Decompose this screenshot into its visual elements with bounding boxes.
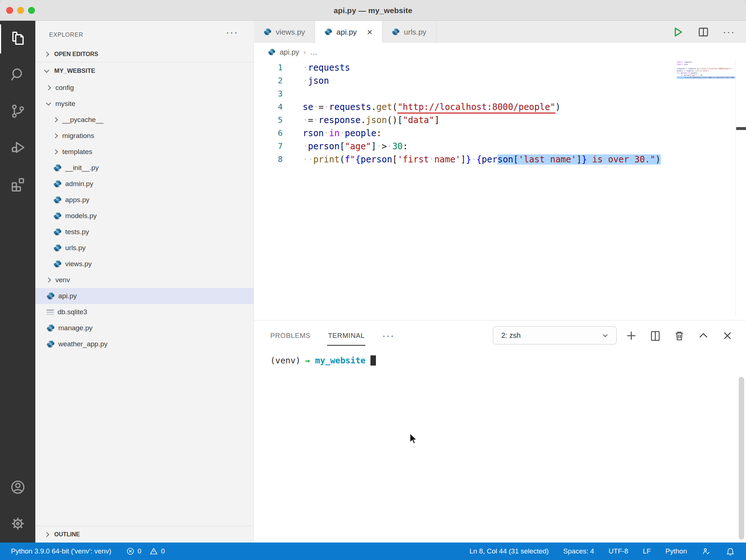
sidebar-item-search[interactable] <box>0 57 35 94</box>
panel-header: PROBLEMS TERMINAL ··· 2: zsh <box>254 320 746 351</box>
tab-label: views.py <box>276 28 305 36</box>
feedback-icon[interactable] <box>702 547 711 556</box>
breadcrumb-symbol-more[interactable]: … <box>310 48 317 56</box>
python-file-icon <box>54 244 62 252</box>
sidebar-item-source-control[interactable] <box>0 94 35 130</box>
close-panel-icon[interactable] <box>721 330 734 342</box>
breadcrumb[interactable]: api.py › … <box>254 43 746 61</box>
terminal-prompt[interactable]: (venv) → my_website <box>270 355 376 366</box>
explorer-header: EXPLORER ··· <box>35 21 254 46</box>
tree-item--pycache-[interactable]: __pycache__ <box>35 112 254 128</box>
tree-item-label: views.py <box>65 260 92 268</box>
tree-item-api-py[interactable]: api.py <box>35 288 254 304</box>
tree-item-views-py[interactable]: views.py <box>35 256 254 272</box>
tree-item-label: __init__.py <box>65 164 99 172</box>
split-editor-button[interactable] <box>697 26 710 38</box>
tree-item-weather-app-py[interactable]: weather_app.py <box>35 336 254 352</box>
tree-item-templates[interactable]: templates <box>35 144 254 160</box>
activity-bar <box>0 21 35 543</box>
editor-tab-views-py[interactable]: views.py <box>254 21 315 43</box>
tree-item-urls-py[interactable]: urls.py <box>35 240 254 256</box>
tab-terminal[interactable]: TERMINAL <box>328 332 365 340</box>
tree-item--init-py[interactable]: __init__.py <box>35 160 254 176</box>
breadcrumb-file[interactable]: api.py <box>280 48 299 56</box>
tree-item-apps-py[interactable]: apps.py <box>35 192 254 208</box>
python-file-icon <box>54 228 62 236</box>
line-number: 7 <box>254 140 283 153</box>
python-interpreter-status[interactable]: Python 3.9.0 64-bit ('venv': venv) <box>11 547 111 555</box>
workspace-root-row[interactable]: MY_WEBSITE <box>35 62 254 80</box>
editor-more-actions-icon[interactable]: ··· <box>723 27 735 37</box>
python-file-icon <box>47 340 55 348</box>
terminal-shell-select[interactable]: 2: zsh <box>493 326 617 344</box>
terminal-cursor <box>370 355 376 366</box>
tree-item-label: weather_app.py <box>58 340 107 348</box>
code-line-4[interactable]: 4se·=·requests.get("http://localhost:800… <box>254 100 746 114</box>
indentation-status[interactable]: Spaces: 4 <box>563 547 594 555</box>
cursor-position-status[interactable]: Ln 8, Col 44 (31 selected) <box>470 547 549 555</box>
tree-item-label: mysite <box>55 100 75 108</box>
tree-item-venv[interactable]: venv <box>35 272 254 288</box>
tree-item-manage-py[interactable]: manage.py <box>35 320 254 336</box>
new-terminal-button[interactable] <box>625 330 637 342</box>
line-number: 6 <box>254 127 283 140</box>
sidebar-item-run-debug[interactable] <box>0 130 35 166</box>
open-editors-section[interactable]: OPEN EDITORS <box>35 46 254 62</box>
tree-item-mysite[interactable]: mysite <box>35 96 254 112</box>
editor-tab-bar: views.pyapi.py×urls.py ··· <box>254 21 746 43</box>
settings-button[interactable] <box>0 506 35 543</box>
chevron-right-icon <box>53 149 58 154</box>
warning-count: 0 <box>161 547 165 555</box>
chevron-down-icon <box>46 100 51 106</box>
python-file-icon <box>264 28 271 36</box>
code-editor[interactable]: 1·requests2·json34se·=·requests.get("htt… <box>254 61 746 166</box>
tree-item-label: __pycache__ <box>62 116 103 124</box>
tree-item-tests-py[interactable]: tests.py <box>35 224 254 240</box>
status-bar: Python 3.9.0 64-bit ('venv': venv) 0 0 L… <box>0 543 746 560</box>
code-line-5[interactable]: 5·=·response.json()["data"] <box>254 114 746 127</box>
panel-more-actions-icon[interactable]: ··· <box>382 331 394 341</box>
tree-item-models-py[interactable]: models.py <box>35 208 254 224</box>
warning-icon <box>149 547 158 556</box>
editor-tab-urls-py[interactable]: urls.py <box>382 21 436 43</box>
tree-item-db-sqlite3[interactable]: db.sqlite3 <box>35 304 254 320</box>
explorer-more-actions-icon[interactable]: ··· <box>226 27 238 38</box>
code-line-7[interactable]: 7·person["age"]·>·30: <box>254 140 746 153</box>
code-line-6[interactable]: 6rson·in·people: <box>254 127 746 140</box>
account-button[interactable] <box>0 470 35 506</box>
minimap[interactable]: import requestsimport jsonresponse = req… <box>677 61 735 79</box>
chevron-right-icon <box>46 277 51 283</box>
notifications-bell-icon[interactable] <box>726 547 735 556</box>
tree-item-config[interactable]: config <box>35 80 254 96</box>
kill-terminal-trash-icon[interactable] <box>673 330 686 342</box>
language-mode-status[interactable]: Python <box>665 547 687 555</box>
split-terminal-button[interactable] <box>649 330 661 342</box>
line-number: 1 <box>254 61 283 74</box>
python-file-icon <box>54 212 62 220</box>
database-file-icon <box>47 309 54 315</box>
terminal-shell-value: 2: zsh <box>501 331 521 340</box>
code-line-1[interactable]: 1·requests <box>254 61 746 74</box>
close-tab-icon[interactable]: × <box>367 27 373 37</box>
file-tree: configmysite__pycache__migrationstemplat… <box>35 80 254 352</box>
tree-item-admin-py[interactable]: admin.py <box>35 176 254 192</box>
code-line-2[interactable]: 2·json <box>254 74 746 87</box>
sidebar-item-explorer[interactable] <box>0 21 35 57</box>
tree-item-label: urls.py <box>65 244 86 252</box>
outline-section[interactable]: OUTLINE <box>35 526 254 543</box>
code-line-8[interactable]: 8··print(f"{person['first·name']}·{perso… <box>254 153 746 166</box>
run-python-file-button[interactable] <box>672 26 684 38</box>
maximize-panel-chevron-icon[interactable] <box>697 330 710 342</box>
tree-item-migrations[interactable]: migrations <box>35 128 254 144</box>
problems-status[interactable]: 0 0 <box>126 547 165 556</box>
encoding-status[interactable]: UTF-8 <box>609 547 628 555</box>
extensions-icon <box>9 176 26 194</box>
tab-problems[interactable]: PROBLEMS <box>270 332 310 340</box>
breadcrumb-separator-icon: › <box>303 48 306 56</box>
terminal-scrollbar[interactable] <box>739 377 744 540</box>
sidebar-item-extensions[interactable] <box>0 166 35 203</box>
workspace-root-label: MY_WEBSITE <box>54 67 95 75</box>
editor-tab-api-py[interactable]: api.py× <box>315 21 382 43</box>
code-line-3[interactable]: 3 <box>254 87 746 100</box>
eol-status[interactable]: LF <box>643 547 651 555</box>
